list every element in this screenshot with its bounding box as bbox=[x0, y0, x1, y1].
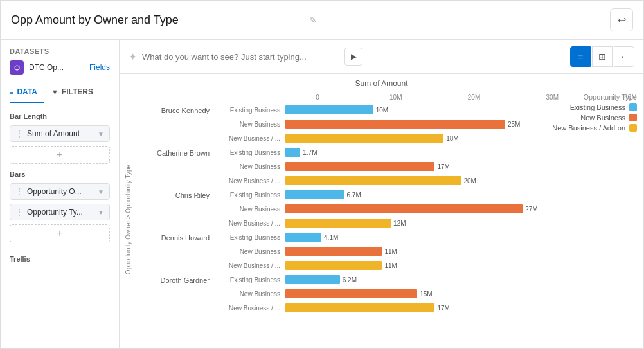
bar-value-label: 17М bbox=[437, 163, 449, 170]
edit-icon[interactable]: ✎ bbox=[309, 15, 317, 25]
bar-fill bbox=[285, 120, 505, 129]
bar-type-label: Existing Business bbox=[215, 234, 285, 241]
bar-value-label: 10М bbox=[376, 107, 388, 114]
add-bar-length-button[interactable]: + bbox=[10, 146, 110, 164]
bar-track: 6.7М bbox=[285, 190, 637, 199]
run-button[interactable]: ▶ bbox=[344, 48, 362, 66]
dataset-icon: ⬡ bbox=[10, 60, 24, 75]
sum-of-amount-pill[interactable]: ⋮ Sum of Amount ▼ bbox=[10, 125, 110, 142]
sum-of-amount-label: Sum of Amount bbox=[27, 129, 98, 138]
person-group: Catherine BrownExisting Business1.7МNew … bbox=[138, 146, 637, 187]
bar-type-label: Existing Business bbox=[215, 192, 285, 199]
bar-fill bbox=[285, 303, 434, 312]
chart-title: Sum of Amount bbox=[120, 74, 643, 91]
person-name-label bbox=[138, 208, 215, 210]
person-name-label bbox=[138, 293, 215, 294]
bar-type-label: New Business / ... bbox=[215, 135, 285, 142]
bar-track: 11М bbox=[285, 247, 637, 256]
bar-type-label: New Business / ... bbox=[215, 177, 285, 184]
bar-type-label: New Business bbox=[215, 121, 285, 128]
bar-fill bbox=[285, 233, 321, 242]
bar-value-label: 11М bbox=[384, 262, 397, 269]
bar-type-label: Existing Business bbox=[215, 149, 285, 156]
bar-track: 27М bbox=[285, 204, 637, 213]
person-name-label bbox=[138, 180, 215, 181]
bar-track: 18М bbox=[285, 134, 637, 143]
bar-type-label: New Business bbox=[215, 248, 285, 255]
tab-filters[interactable]: ▼ FILTERS bbox=[51, 82, 100, 103]
bar-track: 4.1М bbox=[285, 233, 637, 242]
run-icon: ▶ bbox=[351, 52, 357, 61]
bar-track: 10М bbox=[285, 105, 637, 114]
bar-value-label: 6.7М bbox=[347, 192, 361, 199]
undo-button[interactable]: ↩ bbox=[610, 8, 633, 31]
bar-row: Dennis HowardExisting Business4.1М bbox=[138, 231, 637, 244]
person-name-label: Dennis Howard bbox=[138, 233, 215, 242]
person-name-label: Chris Riley bbox=[138, 190, 215, 199]
person-name-label bbox=[138, 138, 215, 139]
query-star-icon: ✦ bbox=[129, 51, 137, 63]
opportunity-type-pill[interactable]: ⋮ Opportunity Ty... ▼ bbox=[10, 204, 110, 220]
query-input[interactable] bbox=[142, 52, 339, 62]
bar-row: Chris RileyExisting Business6.7М bbox=[138, 188, 637, 201]
person-group: Chris RileyExisting Business6.7МNew Busi… bbox=[138, 188, 637, 229]
bar-type-label: New Business / ... bbox=[215, 220, 285, 227]
bar-track: 6.2М bbox=[285, 275, 637, 284]
fields-button[interactable]: Fields bbox=[89, 63, 110, 72]
bar-fill bbox=[285, 176, 461, 185]
bar-value-label: 15М bbox=[420, 291, 432, 298]
bars-container: Bruce KennedyExisting Business10МNew Bus… bbox=[138, 103, 637, 348]
bar-type-label: New Business bbox=[215, 206, 285, 213]
query-bar: ✦ ▶ ≡ ⊞ ›_ bbox=[120, 40, 643, 74]
person-name-label bbox=[138, 307, 215, 309]
chart-area: ✦ ▶ ≡ ⊞ ›_ bbox=[120, 40, 643, 348]
bar-fill bbox=[285, 289, 417, 298]
bar-row: New Business15М bbox=[138, 287, 637, 300]
bar-fill bbox=[285, 247, 382, 256]
bar-value-label: 25М bbox=[508, 121, 520, 128]
bar-value-label: 6.2М bbox=[343, 276, 357, 283]
filter-tab-icon: ▼ bbox=[51, 88, 58, 96]
header: Opp Amount by Owner and Type ✎ ↩ bbox=[1, 1, 643, 40]
tab-data-label: DATA bbox=[17, 87, 37, 96]
person-group: Bruce KennedyExisting Business10МNew Bus… bbox=[138, 103, 637, 145]
person-name-label bbox=[138, 265, 215, 266]
x-tick-label: 20М bbox=[468, 94, 480, 101]
add-bars-button[interactable]: + bbox=[10, 224, 110, 242]
undo-icon: ↩ bbox=[618, 14, 626, 26]
bar-value-label: 11М bbox=[384, 248, 397, 255]
bar-value-label: 18М bbox=[446, 135, 458, 142]
tab-data[interactable]: ≡ DATA bbox=[10, 82, 44, 103]
bar-track: 1.7М bbox=[285, 148, 637, 157]
bar-value-label: 1.7М bbox=[303, 149, 317, 156]
bar-fill bbox=[285, 190, 344, 199]
sidebar: Datasets ⬡ DTC Op... Fields ≡ DATA ▼ FIL… bbox=[1, 40, 120, 348]
pill-chevron-icon-3: ▼ bbox=[98, 209, 104, 216]
bar-track: 17М bbox=[285, 303, 637, 312]
bar-row: New Business / ...17М bbox=[138, 301, 637, 314]
bar-row: New Business27М bbox=[138, 202, 637, 215]
pill-chevron-icon-2: ▼ bbox=[98, 188, 104, 195]
bar-type-label: New Business / ... bbox=[215, 305, 285, 312]
code-view-icon: ›_ bbox=[622, 53, 627, 60]
dataset-item: ⬡ DTC Op... Fields bbox=[10, 60, 110, 75]
bar-fill bbox=[285, 219, 391, 228]
chart-view-button[interactable]: ≡ bbox=[570, 46, 591, 67]
bar-track: 11М bbox=[285, 261, 637, 270]
opportunity-owner-pill[interactable]: ⋮ Opportunity O... ▼ bbox=[10, 183, 110, 200]
x-tick-label: 40М bbox=[624, 94, 636, 101]
bar-value-label: 27М bbox=[525, 206, 537, 213]
table-view-button[interactable]: ⊞ bbox=[592, 46, 613, 67]
bar-row: Catherine BrownExisting Business1.7М bbox=[138, 146, 637, 159]
opportunity-owner-label: Opportunity O... bbox=[27, 187, 98, 196]
person-name-label: Catherine Brown bbox=[138, 148, 215, 157]
bar-track: 20М bbox=[285, 176, 637, 185]
bar-value-label: 17М bbox=[437, 305, 449, 312]
y-axis-label: Opportunity Owner > Opportunity Type bbox=[125, 165, 132, 274]
datasets-section: Datasets ⬡ DTC Op... Fields bbox=[1, 40, 119, 80]
code-view-button[interactable]: ›_ bbox=[614, 46, 634, 67]
person-name-label bbox=[138, 123, 215, 125]
sidebar-tabs: ≡ DATA ▼ FILTERS bbox=[1, 82, 119, 103]
view-toggles: ≡ ⊞ ›_ bbox=[570, 46, 634, 67]
bar-fill bbox=[285, 134, 443, 143]
